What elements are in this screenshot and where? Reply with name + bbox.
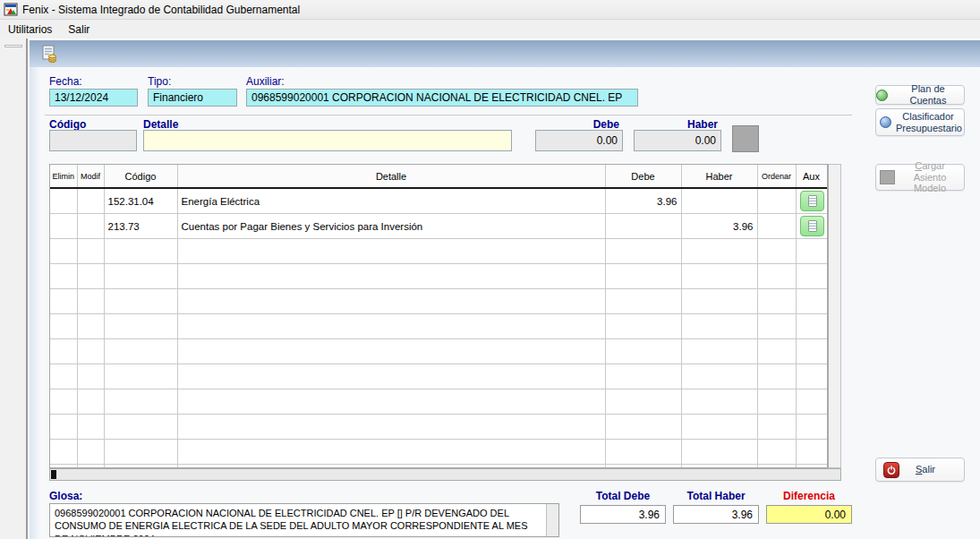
header-modif[interactable]: Modif	[77, 165, 104, 188]
haber-cell[interactable]	[681, 264, 757, 289]
ordenar-cell[interactable]	[757, 364, 796, 389]
header-haber[interactable]: Haber	[681, 165, 757, 188]
codigo-input[interactable]	[49, 130, 137, 151]
haber-input[interactable]: 0.00	[634, 130, 721, 151]
elimin-cell[interactable]	[50, 289, 77, 314]
header-ordenar[interactable]: Ordenar	[757, 165, 796, 188]
header-debe[interactable]: Debe	[605, 165, 681, 188]
modif-cell[interactable]	[77, 440, 104, 465]
table-row[interactable]: 213.73Cuentas por Pagar Bienes y Servici…	[50, 214, 827, 239]
elimin-cell[interactable]	[50, 339, 77, 364]
ordenar-cell[interactable]	[757, 389, 796, 415]
table-row[interactable]	[50, 264, 827, 289]
detalle-cell[interactable]	[177, 389, 605, 415]
ordenar-cell[interactable]	[757, 339, 796, 364]
header-aux[interactable]: Aux	[796, 165, 827, 188]
ordenar-cell[interactable]	[757, 314, 796, 339]
menu-utilitarios[interactable]: Utilitarios	[0, 21, 60, 38]
elimin-cell[interactable]	[50, 415, 77, 440]
debe-cell[interactable]	[605, 415, 681, 440]
elimin-cell[interactable]	[50, 440, 77, 465]
header-elimin[interactable]: Elimin	[50, 165, 77, 188]
glosa-scrollbar[interactable]	[546, 504, 558, 536]
detalle-cell[interactable]: Cuentas por Pagar Bienes y Servicios par…	[177, 214, 605, 239]
elimin-cell[interactable]	[50, 389, 77, 415]
codigo-cell[interactable]	[104, 339, 177, 364]
scrollbar-thumb[interactable]	[51, 470, 56, 479]
detalle-cell[interactable]	[177, 239, 605, 264]
header-detalle[interactable]: Detalle	[177, 165, 605, 188]
debe-cell[interactable]	[605, 314, 681, 339]
codigo-cell[interactable]	[104, 364, 177, 389]
table-row[interactable]	[50, 289, 827, 314]
haber-cell[interactable]	[681, 314, 757, 339]
table-row[interactable]	[50, 339, 827, 364]
debe-input[interactable]: 0.00	[535, 130, 623, 151]
debe-cell[interactable]	[605, 440, 681, 465]
header-codigo[interactable]: Código	[104, 165, 177, 188]
haber-cell[interactable]	[681, 239, 757, 264]
modif-cell[interactable]	[77, 364, 104, 389]
add-entry-button[interactable]	[732, 125, 759, 152]
haber-cell[interactable]	[681, 389, 757, 415]
plan-de-cuentas-button[interactable]: Plan de Cuentas	[875, 85, 965, 105]
grid-horizontal-scrollbar[interactable]	[49, 468, 841, 481]
fecha-input[interactable]: 13/12/2024	[49, 89, 138, 107]
table-row[interactable]: 152.31.04Energía Eléctrica3.96	[50, 188, 827, 214]
detalle-cell[interactable]	[177, 264, 605, 289]
codigo-cell[interactable]	[104, 289, 177, 314]
detalle-cell[interactable]	[177, 289, 605, 314]
modif-cell[interactable]	[77, 339, 104, 364]
codigo-cell[interactable]	[104, 389, 177, 415]
debe-cell[interactable]: 3.96	[605, 188, 681, 214]
codigo-cell[interactable]	[104, 264, 177, 289]
detalle-cell[interactable]	[177, 339, 605, 364]
table-row[interactable]	[50, 415, 827, 440]
elimin-cell[interactable]	[50, 314, 77, 339]
haber-cell[interactable]: 3.96	[681, 214, 757, 239]
haber-cell[interactable]	[681, 364, 757, 389]
detalle-cell[interactable]: Energía Eléctrica	[177, 188, 605, 214]
menu-salir[interactable]: Salir	[60, 21, 98, 38]
glosa-textarea[interactable]: 0968599020001 CORPORACION NACIONAL DE EL…	[49, 503, 559, 537]
splitter-handle[interactable]	[4, 45, 22, 47]
modif-cell[interactable]	[77, 188, 104, 214]
codigo-cell[interactable]	[104, 239, 177, 264]
ordenar-cell[interactable]	[757, 188, 796, 214]
debe-cell[interactable]	[605, 239, 681, 264]
table-row[interactable]	[50, 364, 827, 389]
detalle-cell[interactable]	[177, 415, 605, 440]
elimin-cell[interactable]	[50, 264, 77, 289]
modif-cell[interactable]	[77, 289, 104, 314]
haber-cell[interactable]	[681, 188, 757, 214]
detalle-cell[interactable]	[177, 440, 605, 465]
ordenar-cell[interactable]	[757, 214, 796, 239]
ordenar-cell[interactable]	[757, 415, 796, 440]
detalle-cell[interactable]	[177, 364, 605, 389]
aux-button[interactable]	[800, 191, 824, 211]
elimin-cell[interactable]	[50, 239, 77, 264]
codigo-cell[interactable]	[104, 415, 177, 440]
debe-cell[interactable]	[605, 339, 681, 364]
modif-cell[interactable]	[77, 214, 104, 239]
ordenar-cell[interactable]	[757, 239, 796, 264]
ordenar-cell[interactable]	[757, 264, 796, 289]
debe-cell[interactable]	[605, 214, 681, 239]
haber-cell[interactable]	[681, 415, 757, 440]
modif-cell[interactable]	[77, 389, 104, 415]
elimin-cell[interactable]	[50, 364, 77, 389]
haber-cell[interactable]	[681, 339, 757, 364]
codigo-cell[interactable]: 152.31.04	[104, 188, 177, 214]
debe-cell[interactable]	[605, 364, 681, 389]
salir-button[interactable]: Salir	[875, 458, 965, 482]
elimin-cell[interactable]	[50, 214, 77, 239]
modif-cell[interactable]	[77, 415, 104, 440]
ordenar-cell[interactable]	[757, 440, 796, 465]
table-row[interactable]	[50, 239, 827, 264]
haber-cell[interactable]	[681, 440, 757, 465]
modif-cell[interactable]	[77, 314, 104, 339]
aux-button[interactable]	[800, 216, 824, 236]
table-row[interactable]	[50, 440, 827, 465]
detalle-input[interactable]	[143, 130, 512, 151]
auxiliar-input[interactable]: 0968599020001 CORPORACION NACIONAL DE EL…	[246, 89, 638, 107]
